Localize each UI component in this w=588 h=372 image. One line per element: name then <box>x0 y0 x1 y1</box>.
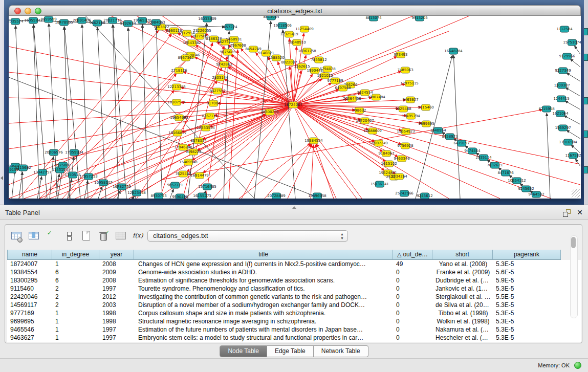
graph-node-label: 17046708 <box>174 145 192 149</box>
table-cell: 9699695 <box>7 317 52 325</box>
table-row[interactable]: 1872400712008Changes of HCN gene express… <box>7 260 581 268</box>
column-header-out_de[interactable]: △out_de… <box>393 250 432 260</box>
table-cell: 5.3E-5 <box>493 260 561 268</box>
table-source-select[interactable]: citations_edges.txt ▲ ▼ <box>147 230 348 242</box>
tab-network-table[interactable]: Network Table <box>314 345 368 357</box>
column-header-in_degree[interactable]: in_degree <box>52 250 99 260</box>
graph-edge <box>575 46 580 54</box>
table-cell: 18300295 <box>7 276 52 285</box>
table-row[interactable]: 1938455462009Genome-wide association stu… <box>7 268 581 276</box>
graph-edge <box>84 181 88 199</box>
table-row[interactable]: 977716911998Corpus callosum shape and si… <box>7 309 581 317</box>
graph-node-label: 9474444 <box>464 149 481 153</box>
table-cell: 9463627 <box>7 334 52 342</box>
graph-node-label: 16155273 <box>193 194 211 198</box>
graph-node-label: 6794028 <box>319 67 335 71</box>
select-spinner-icon: ▲ ▼ <box>340 232 344 240</box>
table-row[interactable]: 2242004622012Investigating the contribut… <box>7 293 581 301</box>
network-canvas[interactable]: 1872400718300295193845547463822866012859… <box>9 16 581 199</box>
graph-node-label: 9777169 <box>327 79 343 83</box>
table-row[interactable]: 1456911722003Disruption of a novel membe… <box>7 301 581 309</box>
table-cell: Estimation of significance thresholds fo… <box>134 276 393 285</box>
memory-status-icon[interactable] <box>574 362 581 369</box>
table-cell: Changes of HCN gene expression and I(f) … <box>134 260 393 268</box>
table-settings-icon[interactable] <box>10 230 23 243</box>
select-rows-icon[interactable] <box>45 230 58 243</box>
graph-node-label: 9025488 <box>395 107 411 111</box>
network-desktop: citations_edges.txt 18724007183002951938… <box>0 0 588 205</box>
network-window[interactable]: citations_edges.txt 18724007183002951938… <box>9 5 581 199</box>
column-header-label: title <box>258 251 268 258</box>
column-header-short[interactable]: short <box>432 250 493 260</box>
rows-icon[interactable] <box>62 230 75 243</box>
table-row[interactable]: 946362711997Embryonic stem cells: a mode… <box>7 334 581 342</box>
graph-node-label: 20691406 <box>73 18 91 23</box>
graph-edge <box>565 101 580 110</box>
network-window-titlebar[interactable]: citations_edges.txt <box>9 5 581 16</box>
window-resize-grip[interactable] <box>572 189 580 198</box>
table-row[interactable]: 946554611997Estimation of the future num… <box>7 325 581 334</box>
new-file-icon[interactable] <box>80 230 93 243</box>
table-cell: 14569117 <box>7 301 52 309</box>
table-columns-icon[interactable] <box>28 230 40 243</box>
table-row[interactable]: 1830029562008Estimation of significance … <box>7 276 581 285</box>
graph-node-label: 25242566 <box>395 191 413 195</box>
graph-node-label: 12975115 <box>400 81 419 85</box>
sort-ascending-icon: △ <box>397 251 401 257</box>
column-header-year[interactable]: year <box>99 250 134 260</box>
graph-node-label: 1244415 <box>553 97 569 101</box>
graph-node-label: 9227349 <box>555 69 571 73</box>
graph-edge <box>316 144 357 199</box>
background-window-edge <box>584 0 588 205</box>
table-cell: de Silva et al. (2003) <box>432 301 493 309</box>
function-icon[interactable] <box>132 230 145 243</box>
graph-node-label: 8813074 <box>365 16 382 20</box>
table-cell: Hescheler et al. (1997) <box>432 334 493 342</box>
graph-node-label: 2718126 <box>171 69 187 73</box>
graph-node-label: 9184067 <box>378 151 394 156</box>
graph-node-label: 7855812 <box>311 58 326 62</box>
graph-node-label: 20206576 <box>45 150 63 155</box>
status-bar: Memory: OK <box>0 358 588 372</box>
table-cell: 0 <box>393 276 432 285</box>
tab-edge-table[interactable]: Edge Table <box>267 345 314 357</box>
table-cell: Corpus callosum shape and size in male p… <box>134 309 393 317</box>
delete-icon[interactable] <box>97 230 110 243</box>
graph-node-label: 19166827 <box>168 131 187 135</box>
graph-node-label: 2035574 <box>9 19 24 24</box>
table-row[interactable]: 911546021997Tourette syndrome. Phenomeno… <box>7 285 581 293</box>
table-cell: 9465546 <box>7 325 52 334</box>
close-panel-icon[interactable]: ✕ <box>577 208 583 216</box>
table-cell: Jankovic et al. (1997) <box>432 285 493 293</box>
table-scrollbar-thumb[interactable] <box>571 237 576 248</box>
column-header-name[interactable]: name <box>7 250 52 260</box>
tab-node-table[interactable]: Node Table <box>220 345 267 357</box>
graph-node-label: 5468931 <box>226 37 242 41</box>
table-row[interactable]: 969969511998Structural magnetic resonanc… <box>7 317 581 325</box>
table-cell: 9777169 <box>7 309 52 317</box>
table-scrollbar[interactable] <box>570 235 578 318</box>
table-cell: Genome-wide association studies in ADHD. <box>134 268 393 276</box>
graph-edge <box>9 98 293 105</box>
graph-edge <box>15 26 23 199</box>
table-cell: 0 <box>393 301 432 309</box>
table-cell: 2008 <box>99 260 134 268</box>
column-header-title[interactable]: title <box>134 250 393 260</box>
graph-node-label: 1209387 <box>554 83 570 87</box>
float-panel-icon[interactable] <box>563 209 571 217</box>
graph-node-label: 18107554 <box>167 100 186 104</box>
graph-edge <box>50 157 53 199</box>
column-header-pagerank[interactable]: pagerank <box>493 250 561 260</box>
graph-node-label: 17359934 <box>65 150 83 155</box>
split-pane-arrow-icon[interactable] <box>292 206 296 209</box>
table-cell: 5.3E-5 <box>493 325 561 334</box>
graph-node-label: 8967367 <box>178 56 193 60</box>
graph-node-label: 16055741 <box>24 18 42 23</box>
graph-node-label: 8822037 <box>281 60 297 64</box>
graph-node-label: 917004 <box>207 101 221 105</box>
table-cell: Disruption of a novel member of a sodium… <box>134 301 393 309</box>
collapse-left-arrow-icon[interactable] <box>1 176 3 180</box>
background-node-fragment <box>584 28 588 35</box>
desktop-background: citations_edges.txt 18724007183002951938… <box>4 0 584 205</box>
table-panel-body: citations_edges.txt ▲ ▼ namein_degreeyea… <box>0 220 588 358</box>
